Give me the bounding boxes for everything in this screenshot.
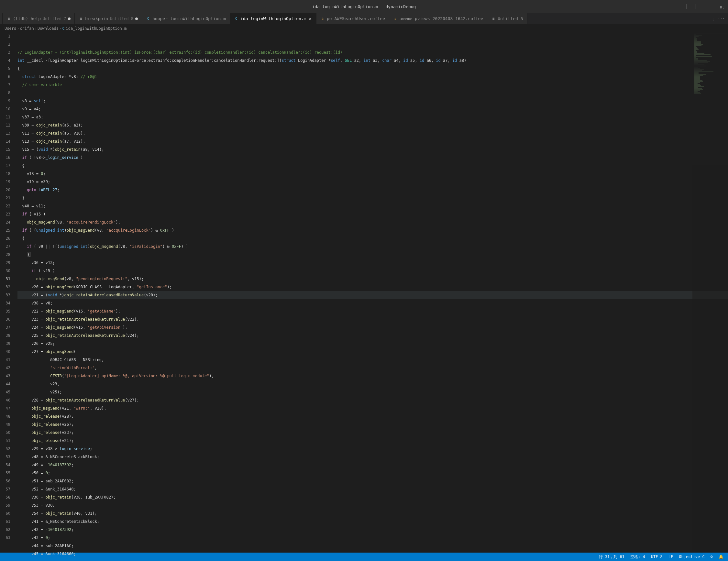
code-line[interactable]: { bbox=[17, 251, 728, 259]
code-line[interactable]: v28 = objc_retainAutoreleasedReturnValue… bbox=[17, 396, 728, 404]
code-line[interactable]: objc_release(v28); bbox=[17, 413, 728, 421]
code-line[interactable]: v45 = &unk_3164660; bbox=[17, 550, 728, 558]
line-number: 8 bbox=[0, 89, 10, 97]
code-line[interactable]: v30 = objc_retain(v38, sub_2AAF082); bbox=[17, 493, 728, 501]
breadcrumb-segment[interactable]: Downloads bbox=[38, 26, 59, 31]
code-line[interactable]: v13 = objc_retain(a7, v12); bbox=[17, 137, 728, 146]
code-line[interactable]: v48 = &_NSConcreteStackBlock; bbox=[17, 453, 728, 461]
code-line[interactable]: objc_release(v23); bbox=[17, 429, 728, 437]
code-line[interactable]: v40 = v11; bbox=[17, 202, 728, 210]
code-line[interactable]: v21 = (void *)objc_retainAutoreleasedRet… bbox=[17, 291, 728, 299]
code-line[interactable]: v38 = v8; bbox=[17, 299, 728, 307]
code-line[interactable]: v8 = self; bbox=[17, 97, 728, 105]
code-line[interactable]: v44 = sub_2AAF1AC; bbox=[17, 542, 728, 550]
code-line[interactable]: { bbox=[17, 162, 728, 170]
tab-5[interactable]: ☕aweme_pviews_20220408_1642.coffee bbox=[389, 13, 487, 24]
code-line[interactable]: // LoginAdapter - (int)loginWithLoginOpt… bbox=[17, 49, 728, 57]
tab-0[interactable]: ≡(lldb) help Untitled-7 bbox=[3, 13, 75, 24]
tab-label: breakpoin bbox=[85, 16, 108, 21]
minimap[interactable] bbox=[692, 32, 728, 553]
code-line[interactable]: v22 = objc_msgSend(v15, "getApiName"); bbox=[17, 307, 728, 315]
code-line[interactable]: v43 = 0; bbox=[17, 534, 728, 542]
breadcrumb-segment[interactable]: crifan bbox=[20, 26, 34, 31]
code-line[interactable]: { bbox=[17, 65, 728, 73]
code-line[interactable]: { bbox=[17, 235, 728, 243]
code-line[interactable]: &OBJC_CLASS___NSString, bbox=[17, 356, 728, 364]
code-line[interactable]: v23, bbox=[17, 380, 728, 388]
line-number: 20 bbox=[0, 186, 10, 194]
code-line[interactable]: objc_release(v21); bbox=[17, 437, 728, 445]
code-line[interactable]: // some variarble bbox=[17, 81, 728, 89]
code-line[interactable]: "stringWithFormat:", bbox=[17, 364, 728, 372]
tab-6[interactable]: ≡Untitled-5 bbox=[487, 13, 527, 24]
code-line[interactable]: v42 = -1040187392; bbox=[17, 526, 728, 534]
code-line[interactable]: goto LABEL_27; bbox=[17, 186, 728, 194]
code-line[interactable]: v15 = (void *)objc_retain(a8, v14); bbox=[17, 146, 728, 154]
line-number: 61 bbox=[0, 518, 10, 526]
line-number: 4 bbox=[0, 57, 10, 65]
editor[interactable]: 1234567891011121314151617181920212223242… bbox=[0, 32, 728, 553]
code-area[interactable]: // LoginAdapter - (int)loginWithLoginOpt… bbox=[16, 32, 728, 553]
line-number: 41 bbox=[0, 356, 10, 364]
line-number: 10 bbox=[0, 105, 10, 113]
line-number: 56 bbox=[0, 477, 10, 485]
code-line[interactable]: v41 = &_NSConcreteStackBlock; bbox=[17, 518, 728, 526]
line-number: 1 bbox=[0, 32, 10, 40]
code-line[interactable]: CFSTR("[LoginAdapter] apiName: %@, apiVe… bbox=[17, 372, 728, 380]
panel-left-icon[interactable] bbox=[687, 4, 693, 9]
panel-bottom-icon[interactable] bbox=[696, 4, 702, 9]
breadcrumbs[interactable]: Users›crifan›Downloads›Cida_loginWithLog… bbox=[0, 25, 728, 32]
code-line[interactable]: v49 = -1040187392; bbox=[17, 461, 728, 469]
code-line[interactable]: v9 = a4; bbox=[17, 105, 728, 113]
code-line[interactable]: v29 = v38->_login_service; bbox=[17, 445, 728, 453]
tab-3[interactable]: Cida_loginWithLoginOption.m× bbox=[230, 13, 316, 24]
code-line[interactable]: objc_msgSend(v8, "pendingLoginRequest:",… bbox=[17, 275, 728, 283]
c-file-icon: C bbox=[146, 17, 150, 21]
code-line[interactable]: v53 = v30; bbox=[17, 501, 728, 510]
code-line[interactable]: v36 = v13; bbox=[17, 259, 728, 267]
code-line[interactable]: if ( v15 ) bbox=[17, 267, 728, 275]
code-line[interactable]: int __cdecl -[LoginAdapter loginWithLogi… bbox=[17, 57, 728, 65]
tab-strip-overflow-left[interactable] bbox=[0, 13, 3, 24]
code-line[interactable]: v20 = objc_msgSend(&OBJC_CLASS___LogAdap… bbox=[17, 283, 728, 291]
code-line[interactable]: v19 = v39; bbox=[17, 178, 728, 186]
code-line[interactable]: objc_release(v26); bbox=[17, 421, 728, 429]
tab-2[interactable]: Chooper_loginWithLoginOption.m bbox=[142, 13, 230, 24]
code-line[interactable]: v25 = objc_retainAutoreleasedReturnValue… bbox=[17, 332, 728, 340]
close-tab-icon[interactable]: × bbox=[308, 16, 312, 21]
code-line[interactable]: } bbox=[17, 194, 728, 202]
code-line[interactable]: v26 = v25; bbox=[17, 340, 728, 348]
breadcrumb-file[interactable]: ida_loginWithLoginOption.m bbox=[66, 26, 127, 31]
code-line[interactable]: if ( v15 ) bbox=[17, 210, 728, 218]
code-line[interactable]: struct LoginAdapter *v8; // r8@1 bbox=[17, 73, 728, 81]
code-line[interactable]: v37 = a3; bbox=[17, 113, 728, 121]
line-number: 27 bbox=[0, 243, 10, 251]
code-line[interactable]: if ( !v8->_login_service ) bbox=[17, 154, 728, 162]
code-line[interactable]: objc_msgSend(v8, "accquirePendingLock"); bbox=[17, 218, 728, 226]
code-line[interactable]: v54 = objc_retain(v40, v31); bbox=[17, 510, 728, 518]
code-line[interactable]: v18 = 0; bbox=[17, 170, 728, 178]
panel-right-icon[interactable] bbox=[705, 4, 711, 9]
code-line[interactable]: v25); bbox=[17, 388, 728, 396]
split-editor-icon[interactable]: ▯ bbox=[712, 17, 714, 21]
layout-icon[interactable]: ▯▯ bbox=[720, 4, 725, 9]
breadcrumb-segment[interactable]: Users bbox=[5, 26, 16, 31]
code-line[interactable]: if ( v9 || !((unsigned int)objc_msgSend(… bbox=[17, 243, 728, 251]
code-line[interactable]: v51 = sub_2AAF082; bbox=[17, 477, 728, 485]
text-file-icon: ≡ bbox=[79, 17, 83, 21]
line-number: 28 bbox=[0, 251, 10, 259]
more-actions-icon[interactable]: ··· bbox=[718, 17, 725, 21]
code-line[interactable]: v27 = objc_msgSend( bbox=[17, 348, 728, 356]
code-line[interactable]: if ( (unsigned int)objc_msgSend(v8, "acc… bbox=[17, 226, 728, 235]
line-number: 40 bbox=[0, 348, 10, 356]
tab-4[interactable]: ☕po_AWESearchUser.coffee bbox=[316, 13, 389, 24]
code-line[interactable]: v11 = objc_retain(a6, v10); bbox=[17, 129, 728, 137]
code-line[interactable]: v24 = objc_msgSend(v15, "getApiVersion")… bbox=[17, 324, 728, 332]
tab-1[interactable]: ≡breakpoin Untitled-8 bbox=[75, 13, 142, 24]
code-line[interactable]: v39 = objc_retain(a5, a2); bbox=[17, 121, 728, 129]
code-line[interactable]: v50 = 0; bbox=[17, 469, 728, 477]
code-line[interactable] bbox=[17, 89, 728, 97]
code-line[interactable]: v23 = objc_retainAutoreleasedReturnValue… bbox=[17, 315, 728, 324]
code-line[interactable]: v52 = &unk_3164640; bbox=[17, 485, 728, 493]
code-line[interactable]: objc_msgSend(v21, "warn:", v28); bbox=[17, 404, 728, 413]
